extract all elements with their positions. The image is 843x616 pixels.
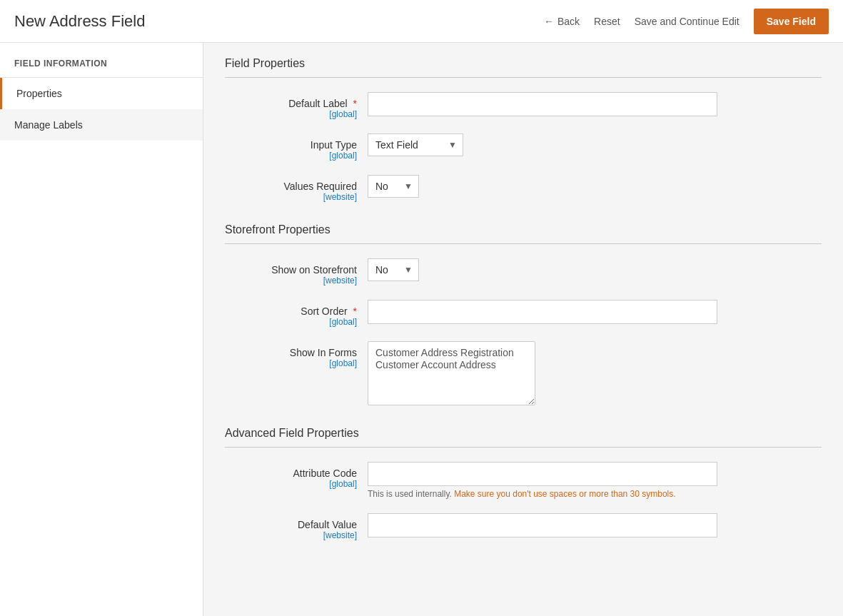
sidebar: FIELD INFORMATION Properties Manage Labe… <box>0 43 203 616</box>
storefront-properties-divider <box>225 243 822 244</box>
storefront-properties-section: Storefront Properties Show on Storefront… <box>225 223 822 405</box>
default-value-field <box>368 513 822 537</box>
header-actions: ← Back Reset Save and Continue Edit Save… <box>544 9 829 34</box>
input-type-field: Text Field Text Area Date Yes/No Multipl… <box>368 133 822 156</box>
input-type-select-wrapper: Text Field Text Area Date Yes/No Multipl… <box>368 133 463 156</box>
sort-order-required-star: * <box>353 306 357 317</box>
values-required-select[interactable]: No Yes <box>368 176 418 197</box>
show-on-storefront-label: Show on Storefront [website] <box>225 258 368 286</box>
input-type-row: Input Type [global] Text Field Text Area… <box>225 133 822 161</box>
input-type-select[interactable]: Text Field Text Area Date Yes/No Multipl… <box>368 134 463 156</box>
sort-order-field <box>368 300 822 324</box>
values-required-row: Values Required [website] No Yes ▼ <box>225 175 822 202</box>
input-type-label: Input Type [global] <box>225 133 368 161</box>
storefront-properties-title: Storefront Properties <box>225 223 822 236</box>
back-arrow-icon: ← <box>544 16 554 27</box>
default-value-input[interactable] <box>368 513 717 537</box>
page-header: New Address Field ← Back Reset Save and … <box>0 0 843 43</box>
show-in-forms-label: Show In Forms [global] <box>225 341 368 368</box>
sidebar-section-title: FIELD INFORMATION <box>0 50 203 77</box>
show-on-storefront-select-wrapper: No Yes ▼ <box>368 258 419 281</box>
attribute-code-helper: This is used internally. Make sure you d… <box>368 489 822 499</box>
field-properties-title: Field Properties <box>225 57 822 70</box>
advanced-properties-title: Advanced Field Properties <box>225 427 822 440</box>
default-label-row: Default Label * [global] <box>225 92 822 119</box>
field-properties-section: Field Properties Default Label * [global… <box>225 57 822 202</box>
field-properties-divider <box>225 77 822 78</box>
show-on-storefront-row: Show on Storefront [website] No Yes ▼ <box>225 258 822 286</box>
show-on-storefront-field: No Yes ▼ <box>368 258 822 281</box>
default-label-field <box>368 92 822 116</box>
sidebar-item-properties[interactable]: Properties <box>0 78 203 109</box>
default-label-label: Default Label * [global] <box>225 92 368 119</box>
required-star: * <box>353 98 357 109</box>
values-required-select-wrapper: No Yes ▼ <box>368 175 419 198</box>
page-title: New Address Field <box>14 12 544 31</box>
attribute-code-label: Attribute Code [global] <box>225 462 368 489</box>
attribute-code-row: Attribute Code [global] This is used int… <box>225 462 822 499</box>
advanced-properties-section: Advanced Field Properties Attribute Code… <box>225 427 822 540</box>
sidebar-item-manage-labels[interactable]: Manage Labels <box>0 109 203 141</box>
advanced-properties-divider <box>225 447 822 448</box>
values-required-field: No Yes ▼ <box>368 175 822 198</box>
attribute-code-field: This is used internally. Make sure you d… <box>368 462 822 499</box>
default-value-row: Default Value [website] <box>225 513 822 540</box>
page-layout: FIELD INFORMATION Properties Manage Labe… <box>0 43 843 616</box>
show-in-forms-field: Customer Address Registration Customer A… <box>368 341 822 405</box>
reset-button[interactable]: Reset <box>594 16 620 27</box>
sort-order-input[interactable] <box>368 300 717 324</box>
save-continue-button[interactable]: Save and Continue Edit <box>635 16 739 27</box>
default-label-input[interactable] <box>368 92 717 116</box>
save-field-button[interactable]: Save Field <box>754 9 829 34</box>
main-content: Field Properties Default Label * [global… <box>203 43 843 616</box>
sort-order-row: Sort Order * [global] <box>225 300 822 327</box>
sort-order-label: Sort Order * [global] <box>225 300 368 327</box>
values-required-label: Values Required [website] <box>225 175 368 202</box>
attribute-code-input[interactable] <box>368 462 717 486</box>
show-in-forms-row: Show In Forms [global] Customer Address … <box>225 341 822 405</box>
default-value-label: Default Value [website] <box>225 513 368 540</box>
show-in-forms-select[interactable]: Customer Address Registration Customer A… <box>368 341 535 405</box>
back-button[interactable]: ← Back <box>544 16 580 27</box>
show-on-storefront-select[interactable]: No Yes <box>368 259 418 281</box>
